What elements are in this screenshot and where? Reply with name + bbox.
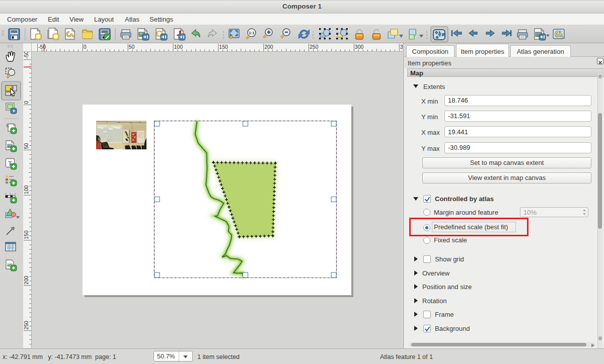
svg-text:1:1: 1:1 (249, 31, 255, 35)
svg-text:100: 100 (174, 44, 183, 50)
svg-text:150: 150 (219, 44, 228, 50)
svg-text:150: 150 (23, 230, 29, 239)
svg-text:300: 300 (355, 44, 364, 50)
svg-text:50: 50 (23, 143, 29, 149)
svg-text:0: 0 (23, 101, 29, 104)
svg-text:100: 100 (23, 186, 29, 195)
svg-text:200: 200 (23, 276, 29, 285)
svg-text:-50: -50 (23, 52, 29, 59)
svg-text:50: 50 (129, 44, 135, 50)
svg-text:250: 250 (23, 321, 29, 330)
svg-text:250: 250 (310, 44, 319, 50)
svg-text:0: 0 (84, 44, 87, 50)
svg-text:200: 200 (264, 44, 273, 50)
svg-text:-50: -50 (38, 44, 46, 50)
